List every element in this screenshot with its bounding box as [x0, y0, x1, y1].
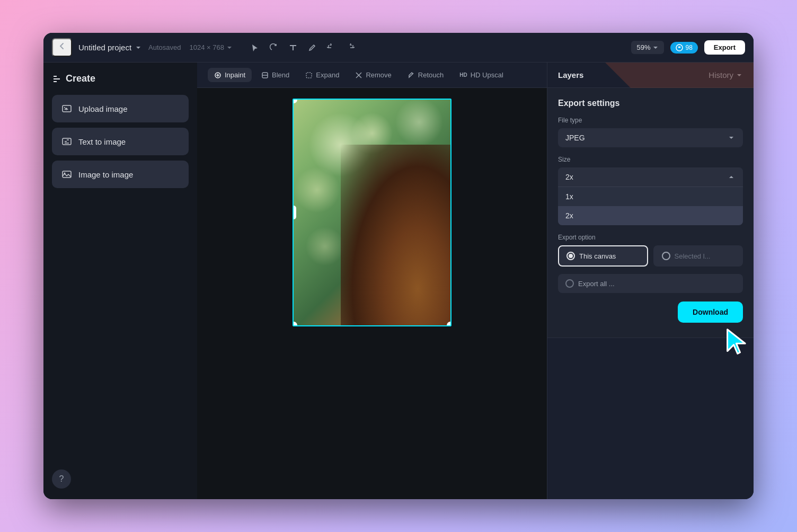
- rotate-tool[interactable]: [267, 40, 281, 55]
- size-select-trigger[interactable]: 2x: [558, 167, 743, 187]
- svg-rect-8: [306, 73, 312, 78]
- right-panel-header: Layers History: [547, 63, 754, 88]
- help-button[interactable]: ?: [52, 469, 71, 489]
- redo-tool[interactable]: [343, 40, 358, 55]
- export-all-button[interactable]: Export all ...: [558, 274, 743, 293]
- sidebar: Create Upload image Text to image: [43, 63, 197, 499]
- canvas-size[interactable]: 1024 × 768: [190, 43, 233, 51]
- zoom-control[interactable]: 59%: [631, 41, 664, 54]
- tab-expand[interactable]: Expand: [299, 68, 346, 82]
- this-canvas-option[interactable]: This canvas: [558, 245, 648, 267]
- project-name[interactable]: Untitled project: [78, 43, 142, 52]
- export-all-radio: [565, 279, 574, 288]
- back-button[interactable]: [52, 38, 72, 57]
- text-tool[interactable]: [286, 40, 300, 55]
- tab-blend[interactable]: Blend: [255, 68, 296, 82]
- export-option-row: This canvas Selected l...: [558, 245, 743, 267]
- toolbar-bar: Inpaint Blend Expand Remove Retouch: [197, 63, 547, 88]
- handle-bottom-right[interactable]: [447, 322, 451, 326]
- export-option-label: Export option: [558, 234, 743, 241]
- export-settings-title: Export settings: [558, 99, 743, 108]
- sidebar-title: Create: [52, 73, 189, 84]
- svg-point-2: [64, 107, 65, 108]
- canvas-viewport[interactable]: [197, 88, 547, 499]
- tab-inpaint[interactable]: Inpaint: [208, 68, 252, 82]
- download-button[interactable]: Download: [678, 302, 743, 323]
- text-to-image-button[interactable]: Text to image: [52, 128, 189, 155]
- canvas-image[interactable]: [293, 99, 451, 326]
- select-tool[interactable]: [247, 40, 262, 55]
- autosaved-status: Autosaved: [148, 43, 181, 51]
- tab-upscal[interactable]: HD HD Upscal: [453, 68, 510, 82]
- canvas-area: Inpaint Blend Expand Remove Retouch: [197, 63, 547, 499]
- app-window: Untitled project Autosaved 1024 × 768: [43, 33, 754, 499]
- sidebar-bottom: ?: [52, 469, 189, 489]
- file-type-select[interactable]: JPEG: [558, 128, 743, 147]
- file-type-label: File type: [558, 117, 743, 124]
- this-canvas-radio: [566, 252, 575, 260]
- tab-layers[interactable]: Layers: [558, 70, 583, 79]
- size-select-open[interactable]: 2x 1x 2x: [558, 167, 743, 225]
- cursor-arrow: [722, 327, 748, 359]
- right-panel: Layers History Export settings File type…: [547, 63, 754, 499]
- image-content: [294, 100, 450, 325]
- credits-badge: 98: [670, 42, 697, 54]
- size-option-1x[interactable]: 1x: [558, 187, 743, 206]
- handle-mid-left[interactable]: [293, 206, 296, 219]
- selected-option[interactable]: Selected l...: [653, 245, 743, 267]
- main-area: Create Upload image Text to image: [43, 63, 754, 499]
- selected-radio: [662, 252, 670, 260]
- svg-point-5: [64, 173, 66, 174]
- size-label: Size: [558, 156, 743, 163]
- tool-buttons: [247, 40, 358, 55]
- tab-retouch[interactable]: Retouch: [401, 68, 450, 82]
- image-to-image-button[interactable]: Image to image: [52, 161, 189, 188]
- upload-image-button[interactable]: Upload image: [52, 95, 189, 122]
- tab-remove[interactable]: Remove: [349, 68, 397, 82]
- pen-tool[interactable]: [305, 40, 320, 55]
- size-option-2x[interactable]: 2x: [558, 206, 743, 225]
- header: Untitled project Autosaved 1024 × 768: [43, 33, 754, 63]
- tab-history[interactable]: History: [709, 70, 743, 79]
- size-options: 1x 2x: [558, 187, 743, 225]
- undo-tool[interactable]: [324, 40, 339, 55]
- export-button[interactable]: Export: [704, 40, 745, 55]
- export-settings-panel: Export settings File type JPEG Size 2x 1…: [547, 88, 754, 338]
